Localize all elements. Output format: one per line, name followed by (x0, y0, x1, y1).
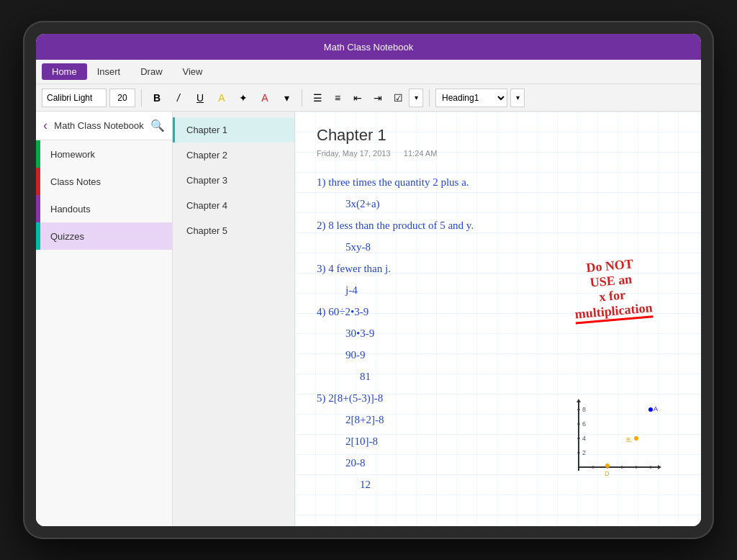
menu-bar: Home Insert Draw View (36, 60, 701, 84)
svg-text:A: A (654, 405, 658, 412)
red-annotation: Do NOT USE an x for multiplication (570, 255, 653, 324)
section-handouts-label: Handouts (50, 204, 91, 214)
section-classnotes-label: Class Notes (50, 176, 101, 187)
section-quizzes[interactable]: Quizzes (36, 222, 172, 250)
menu-insert[interactable]: Insert (87, 63, 131, 80)
font-color-button[interactable]: A (256, 89, 274, 107)
indent-button[interactable]: ⇥ (368, 89, 387, 107)
section-quizzes-label: Quizzes (50, 231, 84, 242)
main-content: ‹ Math Class Notebook 🔍 Homework Class N… (36, 112, 701, 526)
page-chapter1[interactable]: Chapter 1 (173, 117, 294, 143)
font-size-input[interactable] (109, 89, 135, 107)
graph-svg: 2 4 6 8 A B. D (564, 395, 665, 482)
svg-text:8: 8 (582, 406, 586, 413)
style-select[interactable]: Heading1 Heading2 Normal (435, 89, 507, 107)
note-content[interactable]: Chapter 1 Friday, May 17, 2013 11:24 AM … (295, 112, 701, 526)
checkbox-button[interactable]: ☑ (389, 89, 407, 107)
homework-indicator (36, 140, 40, 168)
svg-text:6: 6 (582, 420, 586, 428)
section-homework-label: Homework (50, 149, 95, 160)
style-dropdown[interactable]: ▾ (510, 89, 525, 107)
svg-text:2: 2 (582, 449, 586, 456)
line-9: 90-9 (317, 345, 679, 365)
back-button[interactable]: ‹ (43, 118, 48, 133)
line-5: 3) 4 fewer than j. (317, 258, 391, 279)
handouts-indicator (36, 195, 40, 222)
note-date: Friday, May 17, 2013 11:24 AM (317, 149, 679, 158)
svg-point-19 (634, 436, 638, 441)
outdent-button[interactable]: ⇤ (348, 89, 367, 107)
bullet-list-button[interactable]: ☰ (308, 89, 327, 107)
page-chapter3[interactable]: Chapter 3 (173, 168, 294, 193)
sidebar-title: Math Class Notebook (54, 120, 143, 131)
note-date-text: Friday, May 17, 2013 (317, 149, 391, 158)
page-chapter2[interactable]: Chapter 2 (173, 143, 294, 168)
list-dropdown[interactable]: ▾ (409, 89, 423, 107)
line-4: 5xy-8 (317, 237, 679, 257)
quizzes-indicator (36, 222, 40, 250)
note-title: Chapter 1 (317, 126, 679, 145)
toolbar-sep-2 (302, 89, 302, 107)
line-10: 81 (317, 366, 679, 387)
tablet-screen: Math Class Notebook Home Insert Draw Vie… (36, 34, 701, 526)
section-homework[interactable]: Homework (36, 140, 172, 168)
font-color-dropdown[interactable]: ▾ (277, 89, 296, 107)
page-chapter4[interactable]: Chapter 4 (173, 193, 294, 218)
svg-marker-2 (658, 465, 661, 469)
section-list: Homework Class Notes Handouts Quizzes (36, 140, 172, 526)
search-button[interactable]: 🔍 (150, 119, 165, 132)
app-title: Math Class Notebook (324, 42, 413, 53)
toolbar-sep-1 (141, 89, 142, 107)
tablet-frame: Math Class Notebook Home Insert Draw Vie… (23, 21, 714, 539)
svg-text:4: 4 (582, 435, 586, 442)
line-7: 4) 60÷2•3-9 (317, 302, 368, 322)
toolbar-sep-3 (429, 89, 430, 107)
italic-button[interactable]: / (169, 89, 188, 107)
list-buttons: ☰ ≡ ⇤ ⇥ ☑ ▾ (308, 89, 423, 107)
sidebar: ‹ Math Class Notebook 🔍 Homework Class N… (36, 112, 173, 526)
menu-draw[interactable]: Draw (130, 63, 172, 80)
menu-view[interactable]: View (173, 63, 213, 80)
svg-text:B.: B. (626, 436, 633, 443)
section-classnotes[interactable]: Class Notes (36, 168, 172, 195)
underline-button[interactable]: U (191, 89, 209, 107)
svg-text:D: D (605, 470, 610, 477)
note-time-text: 11:24 AM (404, 149, 437, 158)
sidebar-header: ‹ Math Class Notebook 🔍 (36, 112, 172, 140)
numbered-list-button[interactable]: ≡ (328, 89, 347, 107)
highlight-button[interactable]: A (212, 89, 231, 107)
page-chapter5[interactable]: Chapter 5 (173, 218, 294, 243)
bold-button[interactable]: B (148, 89, 166, 107)
toolbar: B / U A ✦ A ▾ ☰ ≡ ⇤ ⇥ ☑ ▾ Heading1 Headi… (36, 84, 701, 112)
title-bar: Math Class Notebook (36, 34, 701, 60)
classnotes-indicator (36, 168, 40, 195)
graph-area: 2 4 6 8 A B. D (564, 395, 665, 482)
section-handouts[interactable]: Handouts (36, 195, 172, 222)
svg-marker-3 (577, 399, 581, 402)
line-11: 5) 2[8+(5-3)]-8 (317, 388, 383, 408)
line-2: 3x(2+a) (317, 194, 679, 214)
pages-panel: Chapter 1 Chapter 2 Chapter 3 Chapter 4 … (173, 112, 295, 526)
font-name-input[interactable] (42, 89, 107, 107)
line-8: 30•3-9 (317, 323, 679, 343)
note-body: 1) three times the quantity 2 plus a. 3x… (317, 172, 679, 496)
menu-home[interactable]: Home (42, 63, 87, 80)
line-1: 1) three times the quantity 2 plus a. (317, 172, 679, 192)
svg-point-21 (605, 464, 610, 468)
line-3: 2) 8 less than the product of 5 and y. (317, 215, 679, 235)
eraser-button[interactable]: ✦ (234, 89, 253, 107)
svg-point-17 (648, 407, 653, 412)
